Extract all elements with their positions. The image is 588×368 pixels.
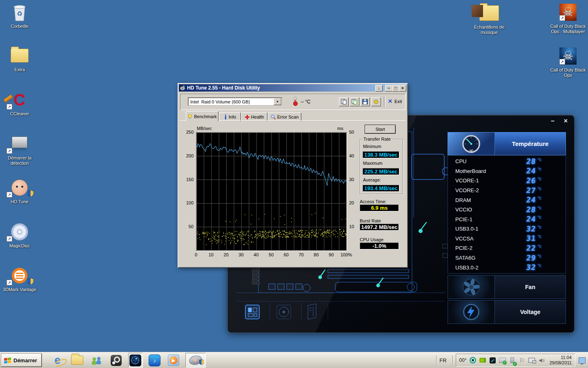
temperature-tab-label: Température <box>495 132 566 155</box>
temperature-tab[interactable]: °C Température <box>448 132 566 155</box>
fan-tab[interactable]: Fan <box>448 275 566 299</box>
start-button[interactable]: Démarrer <box>1 354 42 367</box>
tray-security-check-icon[interactable] <box>499 357 506 364</box>
tab-fan-view[interactable] <box>277 305 291 319</box>
close-icon[interactable]: × <box>399 85 406 92</box>
tray-volume-icon[interactable] <box>538 357 545 364</box>
taskbar: Démarrer e ▶ FR 00° <box>0 352 588 368</box>
temp-row-pcie-1: PCIE-124°c <box>448 215 566 224</box>
tray-network-icon[interactable] <box>528 357 535 364</box>
temp-row-usb3.0-2: USB3.0-232°c <box>448 263 566 272</box>
desktop-icon-ccleaner[interactable]: C CCleaner <box>0 90 39 117</box>
fan-tab-label: Fan <box>495 276 566 298</box>
temp-row-cpu: CPU28°c <box>448 157 566 166</box>
desktop-icon-hdtune[interactable]: HD Tune <box>0 178 39 204</box>
shortcut-arrow-icon <box>7 148 12 154</box>
sensor-value: 24°c <box>526 215 566 223</box>
minimize-icon[interactable]: – <box>385 85 392 92</box>
x-tick: 50 <box>264 252 278 257</box>
tray-nvidia-icon[interactable] <box>479 357 486 364</box>
taskbar-explorer-button[interactable] <box>70 353 84 367</box>
exit-icon: ✕ <box>388 98 392 104</box>
sensor-label: CPU <box>455 158 526 164</box>
show-desktop-button[interactable] <box>579 357 586 364</box>
minimize-icon[interactable]: – <box>551 118 555 124</box>
tray-usb-eject-icon[interactable] <box>509 357 516 364</box>
icon-label: CCleaner <box>0 111 39 117</box>
hdtune-titlebar[interactable]: HD Tune 2.55 - Hard Disk Utility <box>179 84 407 92</box>
cpu-usage-value: -1.0% <box>360 242 399 249</box>
voltage-tab[interactable]: Voltage <box>448 300 566 324</box>
sensor-label: VCCIO <box>455 206 526 213</box>
start-button[interactable]: Start <box>365 125 396 134</box>
drive-select[interactable]: Intel Raid 0 Volume (600 GB) ▼ <box>188 97 283 106</box>
window-title: HD Tune 2.55 - Hard Disk Utility <box>187 85 260 91</box>
sensor-value: 26°c <box>526 177 566 184</box>
magnifier-icon <box>271 114 276 119</box>
close-icon[interactable]: × <box>564 118 568 124</box>
toolbar-separator <box>384 96 385 107</box>
sensor-label: USB3.0-2 <box>455 265 526 271</box>
hdtune-window-icon <box>180 85 185 91</box>
desktop-icon-cod-multiplayer[interactable]: ☠ Call of Duty Black Ops - Multiplayer <box>546 2 588 34</box>
taskbar-thermal-radar-button[interactable] <box>128 353 143 368</box>
transfer-rate-group: Transfer Rate Minimum 138.3 MB/sec Maxim… <box>360 139 403 194</box>
health-cross-icon <box>245 115 249 119</box>
steam-icon <box>111 355 122 366</box>
exit-button[interactable]: ✕ Exit <box>388 98 402 104</box>
taskbar-messenger-button[interactable] <box>90 353 104 367</box>
folder-icon <box>0 46 39 65</box>
taskbar-ie-button[interactable]: e <box>51 353 65 367</box>
tray-eye-icon[interactable] <box>470 357 477 364</box>
taskbar-wmp-button[interactable]: ▶ <box>167 353 180 367</box>
tray-action-center-flag-icon[interactable]: ⚐ <box>519 357 526 364</box>
x-tick: 100% <box>339 252 354 257</box>
group-legend: Transfer Rate <box>362 137 392 141</box>
exit-label: Exit <box>394 99 402 104</box>
access-time-label: Access Time: <box>360 199 386 204</box>
taskbar-steam-button[interactable] <box>109 353 123 367</box>
tab-motherboard-view[interactable] <box>245 305 259 319</box>
language-indicator[interactable]: FR <box>439 357 446 364</box>
tray-ai-suite-icon[interactable] <box>489 357 496 364</box>
dropdown-arrow-icon[interactable]: ▼ <box>274 98 281 105</box>
copy-icon[interactable] <box>339 97 349 106</box>
detection-box-icon <box>0 134 39 154</box>
sensor-label: PCIE-1 <box>455 216 526 222</box>
x-tick: 10 <box>204 252 218 257</box>
desktop-icon-magicdisc[interactable]: MagicDisc <box>0 222 39 249</box>
ccleaner-icon: C <box>0 90 39 110</box>
x-tick: 0 <box>189 252 203 257</box>
desktop-icon-echantillons[interactable]: Échantillons de musique <box>467 3 512 35</box>
tab-label: Error Scan <box>277 114 299 119</box>
tab-case-view[interactable] <box>308 305 322 319</box>
tray-temperature[interactable]: 00° <box>459 357 467 363</box>
sensor-value: 32°c <box>526 225 566 233</box>
system-tray: FR 00° ⚐ 11:04 29/08/2011 <box>434 352 588 368</box>
desktop-icon-demarrer-detection[interactable]: Démarrer la détection <box>0 134 39 166</box>
options-icon[interactable] <box>371 97 381 106</box>
tab-benchmark[interactable]: Benchmark <box>186 111 218 121</box>
desktop-icon-extra[interactable]: Extra <box>0 46 39 72</box>
rollup-icon[interactable]: ↓ <box>375 85 383 92</box>
save-icon[interactable] <box>360 97 370 106</box>
y-right-axis-unit: ms <box>337 126 343 131</box>
voltage-icon <box>448 301 495 323</box>
maximize-icon[interactable]: □ <box>392 85 399 92</box>
desktop-icon-3dmark[interactable]: 3DMark Vantage <box>0 266 39 292</box>
music-folder-icon <box>467 3 512 23</box>
taskbar-hdtune-button[interactable] <box>185 353 206 368</box>
icon-label: Extra <box>0 67 39 72</box>
desktop-icon-corbeille[interactable]: ♻ Corbeille <box>0 2 39 29</box>
shortcut-arrow-icon <box>7 192 12 197</box>
y-right-tick: 10 <box>349 224 359 229</box>
temp-row-motherboard: MotherBoard24°c <box>448 166 566 175</box>
shortcut-arrow-icon <box>559 15 565 21</box>
taskbar-music-button[interactable] <box>148 353 162 367</box>
copy-special-icon[interactable] <box>350 97 359 106</box>
desktop-icon-cod[interactable]: ☠ Call of Duty Black Ops <box>546 46 588 78</box>
taskbar-clock[interactable]: 11:04 29/08/2011 <box>550 355 572 366</box>
cod-icon: ☠ <box>546 46 588 66</box>
temp-row-pcie-2: PCIE-222°c <box>448 244 566 253</box>
radar-icon <box>129 355 141 366</box>
